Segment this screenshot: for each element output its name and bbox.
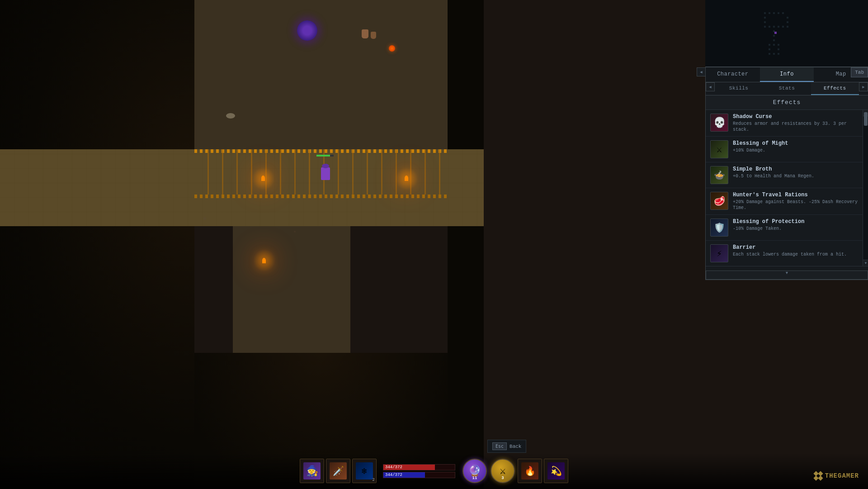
skill1-icon: 🔥 [521, 462, 538, 480]
barrier-desc: Each stack lowers damage taken from a hi… [733, 252, 863, 257]
scroll-down-btn[interactable]: ▼ [863, 260, 868, 266]
svg-rect-5 [764, 17, 766, 19]
minimap-area [705, 0, 868, 67]
slot-2-icon: 🗡️ [330, 462, 347, 480]
simple-broth-name: Simple Broth [733, 166, 863, 172]
hud-slot-skill2[interactable]: 💫 [544, 459, 568, 483]
scrollbar-thumb[interactable] [864, 112, 868, 126]
barrier-text: Barrier Each stack lowers damage taken f… [733, 244, 863, 257]
hunters-rations-icon: 🥩 [710, 192, 728, 210]
scatter-1 [203, 217, 206, 220]
blessing-protection-icon: 🛡️ [710, 218, 728, 237]
watermark: THEGAMER [814, 472, 859, 480]
hp-bar: 344/372 [383, 464, 455, 470]
subtab-effects[interactable]: Effects [811, 82, 859, 95]
logo-diamond-4 [818, 475, 823, 480]
simple-broth-desc: +0.5 to Health and Mana Regen. [733, 173, 863, 179]
svg-rect-2 [773, 12, 775, 14]
shadow-curse-name: Shadow Curse [733, 114, 863, 120]
tab-character[interactable]: Character [706, 67, 760, 82]
svg-rect-12 [778, 26, 779, 28]
skill2-icon: 💫 [547, 462, 565, 480]
hunters-rations-desc: +20% Damage against Beasts. -25% Dash Re… [733, 199, 863, 211]
svg-rect-8 [787, 21, 788, 23]
svg-rect-25 [778, 53, 779, 55]
hunters-rations-text: Hunter's Travel Rations +20% Damage agai… [733, 192, 863, 211]
scatter-3 [393, 208, 396, 210]
simple-broth-text: Simple Broth +0.5 to Health and Mana Reg… [733, 166, 863, 179]
panel-bottom-corner[interactable]: ▼ [706, 271, 868, 280]
effect-shadow-curse: 💀 Shadow Curse Reduces armor and resista… [706, 110, 868, 137]
torch-3 [262, 258, 266, 263]
svg-rect-18 [769, 44, 770, 46]
hud-slot-portrait[interactable]: 🧙 [300, 459, 324, 483]
simple-broth-icon: 🍲 [710, 166, 728, 184]
hud: 🧙 🗡️ ❄️ 2 344/372 [0, 453, 868, 489]
panel-top-tabs: Character Info Map Tab [706, 67, 868, 82]
tab-info[interactable]: Info [760, 67, 814, 82]
blessing-might-icon: ⚔️ [710, 140, 728, 158]
scatter-2 [294, 231, 296, 233]
svg-rect-23 [769, 53, 770, 55]
section-title: Effects [706, 95, 868, 110]
minimap-dots [710, 3, 863, 63]
panel-corner-btn[interactable]: ◀ [697, 67, 706, 76]
back-label: Back [509, 444, 521, 449]
action-orb-yellow[interactable]: ⚔️ 3 [491, 459, 515, 483]
fence-bottom [194, 195, 448, 198]
subtab-scroll-left[interactable]: ◀ [706, 82, 715, 91]
svg-rect-24 [773, 53, 775, 55]
hp-fill: 344/372 [383, 465, 435, 470]
hud-slot-2[interactable]: 🗡️ [326, 459, 350, 483]
pot-1 [362, 29, 368, 38]
svg-rect-26 [774, 32, 777, 34]
effect-barrier: ⚡ Barrier Each stack lowers damage taken… [706, 241, 868, 266]
tab-key-badge: Tab [851, 67, 868, 77]
pot-2 [371, 32, 376, 39]
hud-slots: 🧙 🗡️ ❄️ 2 344/372 [300, 459, 568, 483]
svg-rect-13 [782, 26, 784, 28]
svg-rect-21 [769, 48, 770, 50]
blessing-might-text: Blessing of Might +10% Damage. [733, 140, 863, 153]
svg-rect-10 [769, 26, 770, 28]
torch-1 [261, 176, 265, 181]
orange-object [389, 45, 395, 52]
mp-bar: 344/372 [383, 472, 455, 478]
svg-rect-17 [773, 39, 775, 41]
blessing-protection-desc: -10% Damage Taken. [733, 226, 863, 232]
action-orb-purple[interactable]: 🔮 11 [462, 459, 487, 483]
shadow-curse-text: Shadow Curse Reduces armor and resistanc… [733, 114, 863, 133]
slot-3-icon: ❄️ [356, 462, 373, 480]
mp-text: 344/372 [385, 473, 402, 477]
effects-list: 💀 Shadow Curse Reduces armor and resista… [706, 110, 868, 266]
resource-bars: 344/372 344/372 [383, 464, 455, 478]
orb-yellow-num: 3 [501, 476, 504, 480]
effect-hunters-rations: 🥩 Hunter's Travel Rations +20% Damage ag… [706, 188, 868, 215]
hud-slot-skill1[interactable]: 🔥 [518, 459, 542, 483]
svg-rect-20 [778, 44, 779, 46]
shadow-curse-desc: Reduces armor and resistances by 33. 3 p… [733, 121, 863, 133]
minimap-svg [710, 3, 863, 62]
portrait-icon: 🧙 [303, 462, 321, 480]
svg-rect-6 [787, 17, 788, 19]
bones [226, 113, 235, 119]
subtab-stats[interactable]: Stats [763, 82, 811, 95]
subtab-skills[interactable]: Skills [715, 82, 763, 95]
subtab-scroll-right[interactable]: ▶ [859, 82, 868, 91]
barrier-icon: ⚡ [710, 244, 728, 262]
hp-text: 344/372 [385, 465, 402, 470]
effects-container: 💀 Shadow Curse Reduces armor and resista… [706, 110, 868, 266]
panel-subtabs: ◀ Skills Stats Effects ▶ [706, 82, 868, 95]
hud-slot-3[interactable]: ❄️ 2 [352, 459, 377, 483]
scrollbar[interactable]: ▲ ▼ [863, 110, 868, 266]
orb-purple-num: 11 [472, 476, 477, 480]
blessing-might-desc: +10% Damage. [733, 147, 863, 153]
svg-rect-9 [764, 26, 766, 28]
svg-rect-22 [778, 48, 779, 50]
svg-rect-16 [773, 35, 775, 37]
logo-diamonds [814, 472, 822, 480]
svg-rect-3 [778, 12, 779, 14]
svg-rect-19 [773, 44, 775, 46]
torch-2 [405, 176, 408, 181]
esc-key-badge: Esc [492, 442, 507, 450]
